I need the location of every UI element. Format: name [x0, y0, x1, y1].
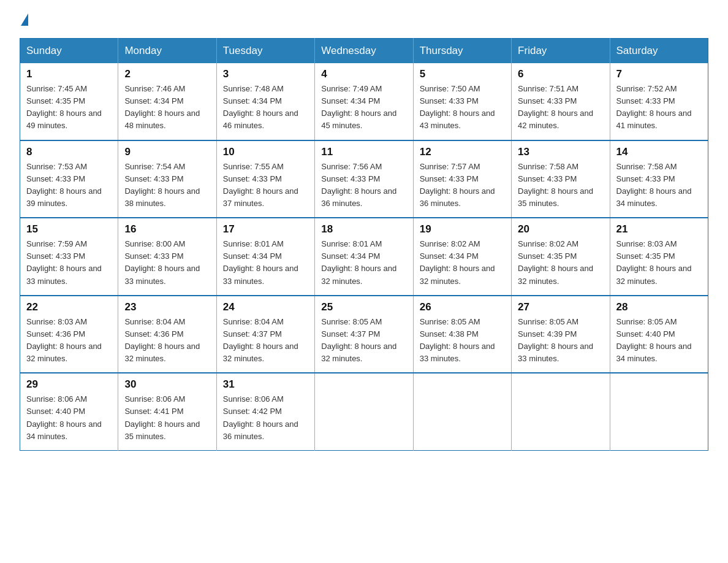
day-cell: 30 Sunrise: 8:06 AMSunset: 4:41 PMDaylig…	[118, 373, 216, 450]
day-number: 2	[124, 68, 210, 80]
day-cell	[315, 373, 413, 450]
day-info: Sunrise: 7:48 AMSunset: 4:34 PMDaylight:…	[223, 84, 298, 130]
day-number: 16	[124, 223, 210, 236]
day-info: Sunrise: 8:05 AMSunset: 4:40 PMDaylight:…	[616, 317, 692, 363]
day-info: Sunrise: 7:52 AMSunset: 4:33 PMDaylight:…	[616, 84, 692, 130]
calendar-table: SundayMondayTuesdayWednesdayThursdayFrid…	[20, 38, 708, 451]
day-info: Sunrise: 8:06 AMSunset: 4:40 PMDaylight:…	[26, 394, 102, 440]
day-number: 4	[321, 68, 406, 80]
day-info: Sunrise: 8:04 AMSunset: 4:36 PMDaylight:…	[124, 317, 200, 363]
day-cell: 31 Sunrise: 8:06 AMSunset: 4:42 PMDaylig…	[216, 373, 314, 450]
day-number: 23	[124, 301, 210, 313]
day-number: 22	[26, 301, 112, 313]
day-cell: 20 Sunrise: 8:02 AMSunset: 4:35 PMDaylig…	[512, 218, 610, 296]
day-cell: 3 Sunrise: 7:48 AMSunset: 4:34 PMDayligh…	[216, 63, 314, 140]
day-number: 14	[616, 146, 702, 158]
week-row-1: 1 Sunrise: 7:45 AMSunset: 4:35 PMDayligh…	[20, 63, 708, 140]
day-info: Sunrise: 7:58 AMSunset: 4:33 PMDaylight:…	[616, 162, 692, 208]
logo	[20, 15, 28, 27]
day-info: Sunrise: 8:01 AMSunset: 4:34 PMDaylight:…	[321, 239, 396, 285]
day-info: Sunrise: 8:05 AMSunset: 4:37 PMDaylight:…	[321, 317, 396, 363]
day-info: Sunrise: 7:56 AMSunset: 4:33 PMDaylight:…	[321, 162, 396, 208]
day-cell: 27 Sunrise: 8:05 AMSunset: 4:39 PMDaylig…	[512, 296, 610, 373]
day-cell: 25 Sunrise: 8:05 AMSunset: 4:37 PMDaylig…	[315, 296, 413, 373]
day-number: 9	[124, 146, 210, 158]
day-info: Sunrise: 7:59 AMSunset: 4:33 PMDaylight:…	[26, 239, 102, 285]
day-number: 24	[223, 301, 308, 313]
day-info: Sunrise: 8:00 AMSunset: 4:33 PMDaylight:…	[124, 239, 200, 285]
day-info: Sunrise: 7:53 AMSunset: 4:33 PMDaylight:…	[26, 162, 102, 208]
day-cell	[610, 373, 708, 450]
week-row-3: 15 Sunrise: 7:59 AMSunset: 4:33 PMDaylig…	[20, 218, 708, 296]
day-info: Sunrise: 8:05 AMSunset: 4:38 PMDaylight:…	[420, 317, 495, 363]
day-cell: 23 Sunrise: 8:04 AMSunset: 4:36 PMDaylig…	[118, 296, 216, 373]
day-number: 19	[420, 223, 505, 236]
day-info: Sunrise: 8:01 AMSunset: 4:34 PMDaylight:…	[223, 239, 298, 285]
day-info: Sunrise: 8:06 AMSunset: 4:42 PMDaylight:…	[223, 394, 298, 440]
week-row-2: 8 Sunrise: 7:53 AMSunset: 4:33 PMDayligh…	[20, 140, 708, 218]
day-cell: 8 Sunrise: 7:53 AMSunset: 4:33 PMDayligh…	[20, 140, 118, 218]
day-info: Sunrise: 7:49 AMSunset: 4:34 PMDaylight:…	[321, 84, 396, 130]
day-cell: 5 Sunrise: 7:50 AMSunset: 4:33 PMDayligh…	[413, 63, 511, 140]
day-cell: 9 Sunrise: 7:54 AMSunset: 4:33 PMDayligh…	[118, 140, 216, 218]
week-row-5: 29 Sunrise: 8:06 AMSunset: 4:40 PMDaylig…	[20, 373, 708, 450]
day-number: 15	[26, 223, 112, 236]
day-number: 31	[223, 378, 308, 391]
column-header-sunday: Sunday	[20, 39, 118, 64]
page-header	[20, 15, 708, 27]
day-number: 29	[26, 378, 112, 391]
day-info: Sunrise: 8:03 AMSunset: 4:35 PMDaylight:…	[616, 239, 692, 285]
day-cell: 18 Sunrise: 8:01 AMSunset: 4:34 PMDaylig…	[315, 218, 413, 296]
column-header-saturday: Saturday	[610, 39, 708, 64]
day-number: 3	[223, 68, 308, 80]
day-number: 21	[616, 223, 702, 236]
day-info: Sunrise: 7:51 AMSunset: 4:33 PMDaylight:…	[518, 84, 593, 130]
day-cell: 26 Sunrise: 8:05 AMSunset: 4:38 PMDaylig…	[413, 296, 511, 373]
day-cell	[413, 373, 511, 450]
column-header-friday: Friday	[512, 39, 610, 64]
day-cell: 12 Sunrise: 7:57 AMSunset: 4:33 PMDaylig…	[413, 140, 511, 218]
day-cell	[512, 373, 610, 450]
day-number: 10	[223, 146, 308, 158]
week-row-4: 22 Sunrise: 8:03 AMSunset: 4:36 PMDaylig…	[20, 296, 708, 373]
column-header-wednesday: Wednesday	[315, 39, 413, 64]
day-number: 11	[321, 146, 406, 158]
day-cell: 10 Sunrise: 7:55 AMSunset: 4:33 PMDaylig…	[216, 140, 314, 218]
calendar-header-row: SundayMondayTuesdayWednesdayThursdayFrid…	[20, 39, 708, 64]
day-number: 6	[518, 68, 603, 80]
day-info: Sunrise: 7:55 AMSunset: 4:33 PMDaylight:…	[223, 162, 298, 208]
day-number: 1	[26, 68, 112, 80]
day-cell: 7 Sunrise: 7:52 AMSunset: 4:33 PMDayligh…	[610, 63, 708, 140]
day-cell: 4 Sunrise: 7:49 AMSunset: 4:34 PMDayligh…	[315, 63, 413, 140]
day-cell: 6 Sunrise: 7:51 AMSunset: 4:33 PMDayligh…	[512, 63, 610, 140]
day-cell: 17 Sunrise: 8:01 AMSunset: 4:34 PMDaylig…	[216, 218, 314, 296]
day-info: Sunrise: 8:02 AMSunset: 4:35 PMDaylight:…	[518, 239, 593, 285]
day-info: Sunrise: 8:02 AMSunset: 4:34 PMDaylight:…	[420, 239, 495, 285]
column-header-monday: Monday	[118, 39, 216, 64]
day-cell: 14 Sunrise: 7:58 AMSunset: 4:33 PMDaylig…	[610, 140, 708, 218]
day-cell: 11 Sunrise: 7:56 AMSunset: 4:33 PMDaylig…	[315, 140, 413, 218]
logo-triangle-icon	[21, 13, 28, 26]
day-number: 5	[420, 68, 505, 80]
day-info: Sunrise: 8:04 AMSunset: 4:37 PMDaylight:…	[223, 317, 298, 363]
day-number: 7	[616, 68, 702, 80]
day-number: 28	[616, 301, 702, 313]
day-number: 30	[124, 378, 210, 391]
day-cell: 16 Sunrise: 8:00 AMSunset: 4:33 PMDaylig…	[118, 218, 216, 296]
column-header-thursday: Thursday	[413, 39, 511, 64]
day-cell: 22 Sunrise: 8:03 AMSunset: 4:36 PMDaylig…	[20, 296, 118, 373]
day-info: Sunrise: 8:03 AMSunset: 4:36 PMDaylight:…	[26, 317, 102, 363]
day-info: Sunrise: 7:58 AMSunset: 4:33 PMDaylight:…	[518, 162, 593, 208]
day-info: Sunrise: 8:06 AMSunset: 4:41 PMDaylight:…	[124, 394, 200, 440]
day-number: 25	[321, 301, 406, 313]
day-cell: 28 Sunrise: 8:05 AMSunset: 4:40 PMDaylig…	[610, 296, 708, 373]
day-cell: 19 Sunrise: 8:02 AMSunset: 4:34 PMDaylig…	[413, 218, 511, 296]
day-number: 13	[518, 146, 603, 158]
day-number: 20	[518, 223, 603, 236]
day-cell: 15 Sunrise: 7:59 AMSunset: 4:33 PMDaylig…	[20, 218, 118, 296]
day-cell: 21 Sunrise: 8:03 AMSunset: 4:35 PMDaylig…	[610, 218, 708, 296]
day-number: 18	[321, 223, 406, 236]
day-info: Sunrise: 7:46 AMSunset: 4:34 PMDaylight:…	[124, 84, 200, 130]
day-number: 17	[223, 223, 308, 236]
day-cell: 29 Sunrise: 8:06 AMSunset: 4:40 PMDaylig…	[20, 373, 118, 450]
